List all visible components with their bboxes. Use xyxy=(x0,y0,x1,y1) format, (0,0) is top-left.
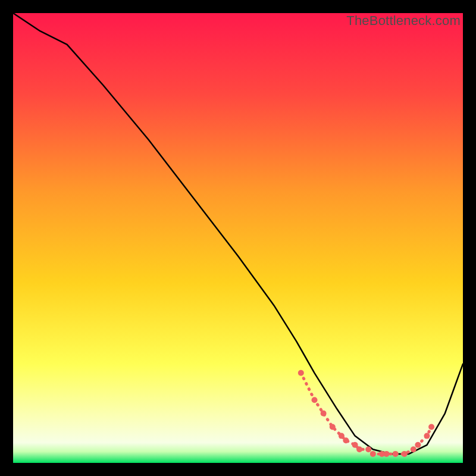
marker-dot xyxy=(384,451,390,457)
marker-dot xyxy=(402,451,408,457)
marker-dot xyxy=(370,451,376,457)
marker-dot xyxy=(298,370,304,376)
marker-dot xyxy=(343,437,349,443)
marker-dot xyxy=(356,446,362,452)
marker-dot xyxy=(428,424,434,430)
marker-dot xyxy=(393,451,399,457)
marker-dot xyxy=(424,433,430,439)
gradient-background xyxy=(13,13,463,463)
watermark-label: TheBottleneck.com xyxy=(346,13,461,29)
marker-dot xyxy=(352,442,358,448)
marker-dot xyxy=(312,397,318,403)
bottleneck-chart xyxy=(13,13,463,463)
marker-dot xyxy=(411,446,416,452)
marker-dot xyxy=(321,411,327,416)
marker-dot xyxy=(415,442,421,448)
marker-dot xyxy=(330,424,336,430)
marker-dot xyxy=(339,433,345,439)
chart-frame: TheBottleneck.com xyxy=(13,13,463,463)
marker-dot xyxy=(365,446,371,452)
